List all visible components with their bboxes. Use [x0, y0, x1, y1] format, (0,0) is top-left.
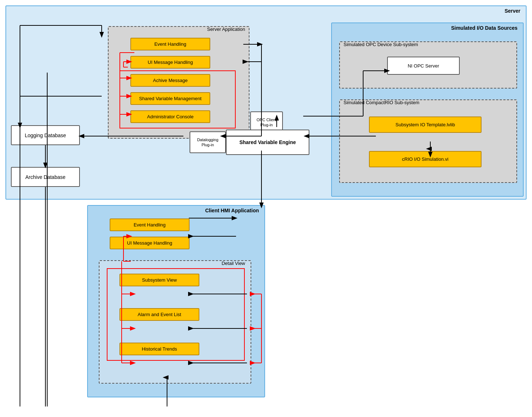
server-label: Server [504, 8, 520, 14]
shared-var-engine: Shared Variable Engine [226, 130, 309, 155]
admin-console[interactable]: Administrator Console [130, 110, 210, 123]
subsystem-view[interactable]: Subsystem View [119, 274, 199, 286]
sim-io-box: Simulated I/O Data Sources Simulated OPC… [331, 23, 524, 197]
sim-opc-box: Simulated OPC Device Sub-system NI OPC S… [339, 41, 517, 89]
archive-message[interactable]: Achive Message [130, 74, 210, 87]
shared-var-mgmt[interactable]: Shared Variable Management [130, 92, 210, 105]
ui-message-server[interactable]: UI Message Handling [130, 56, 210, 69]
server-app-box: Server Application Event Handling UI Mes… [108, 26, 249, 139]
archive-database: Archive Database [11, 167, 80, 187]
sim-opc-label: Simulated OPC Device Sub-system [344, 42, 418, 47]
sim-crio-label: Simulated CompactRIO Sub-system [344, 100, 419, 105]
diagram-container: Server Server Application Event Handling… [0, 0, 532, 417]
event-handling-client[interactable]: Event Handling [110, 218, 190, 231]
detail-view-label: Detail View [222, 261, 245, 266]
client-hmi-label: Client HMI Application [205, 208, 259, 213]
sim-crio-box: Simulated CompactRIO Sub-system Subsyste… [339, 99, 517, 183]
ni-opc-server: NI OPC Server [387, 57, 460, 75]
detail-view-box: Detail View Subsystem View Alarm and Eve… [99, 260, 251, 384]
crio-simulation[interactable]: cRIO I/O Simulation.vi [369, 151, 482, 167]
server-box: Server Server Application Event Handling… [5, 5, 527, 200]
ui-message-client[interactable]: UI Message Handling [110, 237, 190, 249]
client-hmi-box: Client HMI Application Event Handling UI… [87, 205, 265, 397]
subsystem-io-template[interactable]: Subsystem IO Template.lvlib [369, 116, 482, 133]
datalogging-plugin: DataloggingPlug-in [190, 131, 226, 153]
alarm-event-list[interactable]: Alarm and Event List [119, 308, 199, 321]
sim-io-label: Simulated I/O Data Sources [451, 25, 517, 31]
event-handling-server[interactable]: Event Handling [130, 38, 210, 50]
logging-database: Logging Database [11, 125, 80, 145]
historical-trends[interactable]: Historical Trends [119, 343, 199, 355]
server-app-label: Server Application [207, 26, 245, 32]
